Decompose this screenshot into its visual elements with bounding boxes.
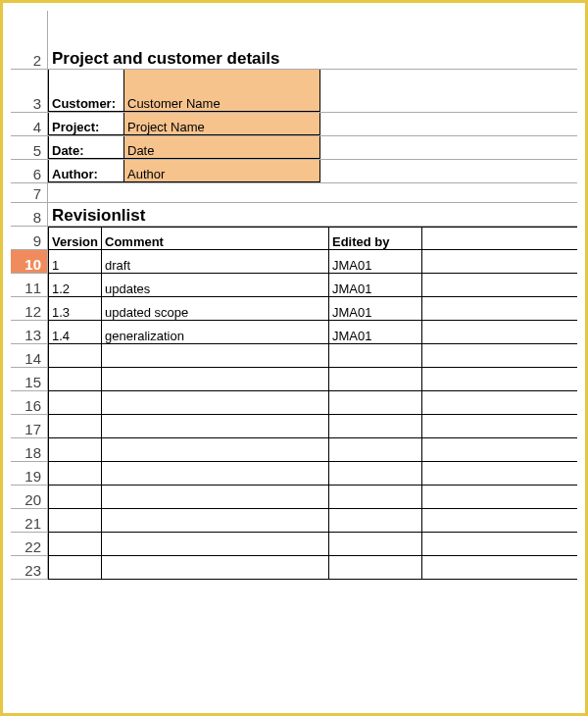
spreadsheet-row[interactable]: 14 <box>11 344 577 368</box>
spreadsheet-row[interactable]: 19 <box>11 462 577 486</box>
revision-version[interactable]: 1 <box>48 250 102 274</box>
row-number[interactable]: 9 <box>11 227 48 250</box>
section-title-revisionlist[interactable]: Revisionlist <box>48 203 149 226</box>
revision-extra[interactable] <box>422 297 577 321</box>
revision-comment[interactable]: updated scope <box>102 297 329 321</box>
revision-version[interactable] <box>48 533 102 556</box>
revision-header-edited-by[interactable]: Edited by <box>329 227 422 250</box>
revision-version[interactable] <box>48 438 102 462</box>
revision-extra[interactable] <box>422 462 577 486</box>
revision-edited-by[interactable] <box>329 438 422 462</box>
revision-extra[interactable] <box>422 250 577 274</box>
revision-edited-by[interactable] <box>329 533 422 556</box>
revision-extra[interactable] <box>422 368 577 391</box>
revision-extra[interactable] <box>422 486 577 509</box>
row-number[interactable]: 23 <box>11 556 48 580</box>
revision-edited-by[interactable]: JMA01 <box>329 297 422 321</box>
section-title-project-details[interactable]: Project and customer details <box>48 11 283 69</box>
revision-edited-by[interactable]: JMA01 <box>329 274 422 297</box>
revision-version[interactable] <box>48 556 102 580</box>
row-number[interactable]: 6 <box>11 160 48 182</box>
date-value[interactable]: Date <box>124 136 320 159</box>
spreadsheet-row-selected[interactable]: 10 1 draft JMA01 <box>11 250 577 274</box>
row-number[interactable]: 5 <box>11 136 48 159</box>
revision-extra[interactable] <box>422 274 577 297</box>
revision-extra[interactable] <box>422 438 577 462</box>
spreadsheet-row[interactable]: 22 <box>11 533 577 556</box>
spreadsheet-row[interactable]: 2 Project and customer details <box>11 11 577 70</box>
revision-header-extra[interactable] <box>422 227 577 250</box>
spreadsheet-row[interactable]: 8 Revisionlist <box>11 203 577 227</box>
revision-edited-by[interactable] <box>329 415 422 438</box>
author-label[interactable]: Author: <box>48 160 124 182</box>
revision-comment[interactable] <box>102 344 329 368</box>
revision-extra[interactable] <box>422 344 577 368</box>
row-number[interactable]: 17 <box>11 415 48 438</box>
spreadsheet-row[interactable]: 7 <box>11 183 577 203</box>
revision-version[interactable] <box>48 368 102 391</box>
spreadsheet-row[interactable]: 17 <box>11 415 577 438</box>
revision-comment[interactable]: generalization <box>102 321 329 344</box>
revision-comment[interactable] <box>102 391 329 415</box>
revision-version[interactable] <box>48 486 102 509</box>
spreadsheet-row[interactable]: 16 <box>11 391 577 415</box>
row-number[interactable]: 7 <box>11 183 48 202</box>
spreadsheet-row[interactable]: 5 Date: Date <box>11 136 577 160</box>
spreadsheet-row[interactable]: 3 Customer: Customer Name <box>11 70 577 113</box>
spreadsheet-row[interactable]: 20 <box>11 486 577 509</box>
spreadsheet-row[interactable]: 21 <box>11 509 577 533</box>
revision-version[interactable]: 1.3 <box>48 297 102 321</box>
revision-comment[interactable] <box>102 415 329 438</box>
project-label[interactable]: Project: <box>48 113 124 135</box>
date-label[interactable]: Date: <box>48 136 124 159</box>
revision-edited-by[interactable] <box>329 344 422 368</box>
revision-comment[interactable] <box>102 556 329 580</box>
author-value[interactable]: Author <box>124 160 320 182</box>
spreadsheet-row[interactable]: 15 <box>11 368 577 391</box>
spreadsheet-row[interactable]: 12 1.3 updated scope JMA01 <box>11 297 577 321</box>
revision-version[interactable] <box>48 462 102 486</box>
revision-extra[interactable] <box>422 509 577 533</box>
spreadsheet-row[interactable]: 6 Author: Author <box>11 160 577 183</box>
row-number[interactable]: 4 <box>11 113 48 135</box>
spreadsheet-row[interactable]: 23 <box>11 556 577 580</box>
row-number[interactable]: 13 <box>11 321 48 344</box>
row-number[interactable]: 2 <box>11 11 48 69</box>
revision-edited-by[interactable]: JMA01 <box>329 250 422 274</box>
revision-version[interactable]: 1.4 <box>48 321 102 344</box>
spreadsheet-row[interactable]: 9 Version Comment Edited by <box>11 227 577 250</box>
revision-version[interactable] <box>48 391 102 415</box>
row-number[interactable]: 18 <box>11 438 48 462</box>
revision-extra[interactable] <box>422 556 577 580</box>
customer-label[interactable]: Customer: <box>48 70 124 112</box>
revision-version[interactable]: 1.2 <box>48 274 102 297</box>
revision-comment[interactable] <box>102 462 329 486</box>
revision-edited-by[interactable] <box>329 556 422 580</box>
revision-edited-by[interactable] <box>329 486 422 509</box>
row-number[interactable]: 12 <box>11 297 48 321</box>
revision-extra[interactable] <box>422 391 577 415</box>
revision-edited-by[interactable]: JMA01 <box>329 321 422 344</box>
row-number[interactable]: 11 <box>11 274 48 297</box>
revision-version[interactable] <box>48 344 102 368</box>
row-number[interactable]: 20 <box>11 486 48 509</box>
revision-extra[interactable] <box>422 415 577 438</box>
spreadsheet-row[interactable]: 11 1.2 updates JMA01 <box>11 274 577 297</box>
row-number[interactable]: 22 <box>11 533 48 556</box>
row-number[interactable]: 8 <box>11 203 48 226</box>
revision-edited-by[interactable] <box>329 391 422 415</box>
revision-comment[interactable] <box>102 486 329 509</box>
row-number[interactable]: 3 <box>11 70 48 112</box>
row-number[interactable]: 15 <box>11 368 48 391</box>
customer-value[interactable]: Customer Name <box>124 70 320 112</box>
revision-comment[interactable] <box>102 533 329 556</box>
spreadsheet-row[interactable]: 4 Project: Project Name <box>11 113 577 136</box>
revision-edited-by[interactable] <box>329 509 422 533</box>
revision-version[interactable] <box>48 415 102 438</box>
row-number[interactable]: 14 <box>11 344 48 368</box>
row-number-selected[interactable]: 10 <box>11 250 48 274</box>
revision-edited-by[interactable] <box>329 368 422 391</box>
project-value[interactable]: Project Name <box>124 113 320 135</box>
revision-edited-by[interactable] <box>329 462 422 486</box>
revision-comment[interactable] <box>102 509 329 533</box>
